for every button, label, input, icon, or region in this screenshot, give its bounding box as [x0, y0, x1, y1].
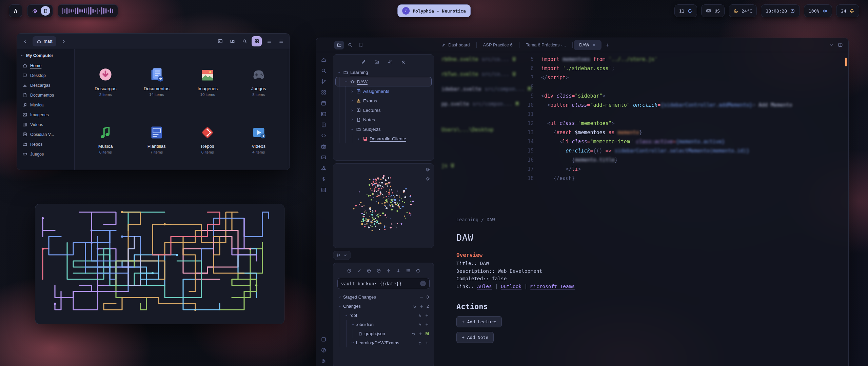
- ribbon-calendar-icon[interactable]: [321, 100, 327, 106]
- forward-button[interactable]: [59, 37, 68, 46]
- ribbon-gear-icon[interactable]: [321, 358, 327, 364]
- undo-icon[interactable]: [418, 313, 422, 318]
- ribbon-graphnet-icon[interactable]: [321, 165, 327, 171]
- git-check-icon[interactable]: [357, 268, 361, 273]
- folder-tile-juegos[interactable]: Juegos8 items: [233, 52, 284, 109]
- sidebar-item-musica[interactable]: Musica: [20, 100, 71, 110]
- clock-indicator[interactable]: 18:08:28: [761, 4, 800, 17]
- weather-indicator[interactable]: 24°C: [729, 4, 757, 17]
- explorer-item-assignments[interactable]: Assignments: [335, 86, 432, 96]
- git-minus-circle-icon[interactable]: [376, 268, 381, 273]
- note-breadcrumb[interactable]: Learning / DAW: [456, 217, 835, 222]
- now-playing-widget[interactable]: ♪ Polyphia - Neurotica: [397, 4, 471, 17]
- action-button-add-note[interactable]: + Add Note: [456, 332, 494, 343]
- launcher-button[interactable]: Λ: [9, 4, 22, 17]
- git-list-icon[interactable]: [406, 268, 411, 273]
- volume-indicator[interactable]: 100%: [804, 4, 832, 17]
- git-row-graph-json[interactable]: graph.jsonM: [337, 329, 430, 338]
- git-row-changes[interactable]: Changes2: [337, 302, 430, 311]
- updates-indicator[interactable]: 11: [674, 4, 697, 17]
- search-icon[interactable]: [239, 36, 250, 46]
- git-row-staged-changes[interactable]: Staged Changes0: [337, 292, 430, 302]
- link-aules[interactable]: Aules: [477, 284, 492, 289]
- plus-icon[interactable]: [419, 304, 423, 308]
- git-row-obsidian[interactable]: .obsidian: [337, 320, 430, 329]
- plus-icon[interactable]: [418, 332, 422, 336]
- plus-icon[interactable]: [425, 313, 429, 318]
- close-icon[interactable]: [592, 43, 596, 47]
- link-outlook[interactable]: Outlook: [501, 284, 521, 289]
- sidebar-item-imagenes[interactable]: Imagenes: [20, 110, 71, 120]
- workspace-file-icon[interactable]: [41, 6, 50, 16]
- pencil-icon[interactable]: [361, 59, 366, 64]
- ribbon-image-icon[interactable]: [321, 155, 327, 160]
- explorer-item-subjects[interactable]: Subjects: [335, 124, 432, 134]
- explorer-item-learning[interactable]: Learning: [335, 67, 432, 77]
- git-arrow-down-icon[interactable]: [396, 268, 401, 273]
- tab-daw[interactable]: DAW: [574, 40, 601, 50]
- folder-tile-descargas[interactable]: Descargas2 items: [80, 52, 131, 109]
- plus-icon[interactable]: [425, 341, 429, 345]
- collapse-icon[interactable]: [401, 59, 406, 64]
- action-button-add-lecture[interactable]: + Add Lecture: [456, 316, 502, 327]
- git-arrow-up-icon[interactable]: [386, 268, 391, 273]
- graph-canvas[interactable]: [333, 164, 434, 247]
- git-plus-circle-icon[interactable]: [367, 268, 371, 273]
- explorer-item-notes[interactable]: Notes: [335, 115, 432, 124]
- folder-tile-musica[interactable]: Musica6 items: [80, 109, 131, 167]
- notifications-indicator[interactable]: 24: [836, 4, 859, 17]
- clear-message-button[interactable]: [420, 281, 426, 286]
- keyboard-layout-indicator[interactable]: US: [701, 4, 725, 17]
- explorer-item-exams[interactable]: Exams: [335, 96, 432, 105]
- sidebar-item-descargas[interactable]: Descargas: [20, 80, 71, 90]
- tab-asp-practice-6[interactable]: ASP Practice 6: [478, 40, 518, 50]
- crosshair-icon[interactable]: [425, 176, 430, 181]
- sidebar-item-home[interactable]: Home: [20, 61, 71, 70]
- ribbon-help-icon[interactable]: [321, 347, 327, 353]
- undo-icon[interactable]: [412, 304, 416, 308]
- git-circle-dot-icon[interactable]: [347, 268, 352, 273]
- commit-message-input[interactable]: [341, 281, 417, 286]
- git-refresh-icon[interactable]: [416, 268, 420, 273]
- folder-tile-videos[interactable]: Videos4 items: [233, 109, 284, 167]
- ribbon-notebook-icon[interactable]: [321, 122, 327, 128]
- folder-tile-documentos[interactable]: Documentos14 items: [131, 52, 182, 109]
- pane-tab-folder-icon[interactable]: [334, 41, 344, 49]
- ribbon-dollar-icon[interactable]: [321, 176, 327, 182]
- list-icon[interactable]: [264, 36, 274, 46]
- git-row-root[interactable]: root: [337, 311, 430, 320]
- folder-tile-imagenes[interactable]: Imagenes10 items: [182, 52, 233, 109]
- undo-icon[interactable]: [418, 323, 422, 327]
- plus-icon[interactable]: [425, 323, 429, 327]
- explorer-item-daw[interactable]: DAW: [335, 77, 432, 86]
- new-tab-button[interactable]: [603, 41, 612, 49]
- ribbon-search-icon[interactable]: [321, 68, 327, 74]
- folder-tile-repos[interactable]: Repos6 items: [182, 109, 233, 167]
- sidebar-item-repos[interactable]: Repos: [20, 139, 71, 149]
- minus-icon[interactable]: [419, 295, 423, 299]
- terminal-icon[interactable]: [215, 36, 225, 46]
- ribbon-dice-icon[interactable]: [321, 187, 327, 193]
- code-editor[interactable]: 5import mementoes from '../../store.js'6…: [521, 55, 848, 211]
- link-microsoft-teams[interactable]: Microsoft Teams: [530, 284, 575, 289]
- ribbon-grid-icon[interactable]: [321, 89, 327, 95]
- ribbon-branch-icon[interactable]: [321, 79, 327, 84]
- pane-tab-search-icon[interactable]: [345, 41, 355, 49]
- sidebar-item-videos[interactable]: Videos: [20, 120, 71, 129]
- sidebar-item-juegos[interactable]: Juegos: [20, 149, 71, 159]
- ribbon-camera-icon[interactable]: [321, 144, 327, 149]
- sidebar-item-desktop[interactable]: Desktop: [20, 70, 71, 80]
- menu-icon[interactable]: [276, 36, 286, 46]
- ribbon-box-icon[interactable]: [321, 337, 327, 342]
- folder-tile-plantillas[interactable]: Plantillas7 items: [131, 109, 182, 167]
- explorer-item-desarrollo-cliente[interactable]: Desarrollo-Cliente: [335, 134, 432, 143]
- folder-plus-icon[interactable]: [227, 36, 237, 46]
- undo-icon[interactable]: [418, 341, 422, 345]
- workspace-swirl-icon[interactable]: [30, 6, 39, 16]
- explorer-item-lectures[interactable]: Lectures: [335, 105, 432, 115]
- layout-icon[interactable]: [838, 42, 843, 47]
- sidebar-header[interactable]: My Computer: [20, 53, 71, 58]
- back-button[interactable]: [20, 37, 30, 46]
- tab-dashboard[interactable]: Dashboard: [436, 40, 475, 50]
- gear-icon[interactable]: [425, 167, 430, 172]
